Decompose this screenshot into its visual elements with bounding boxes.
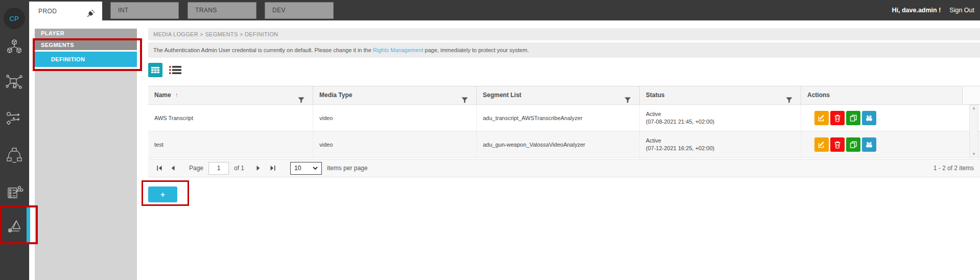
credential-warning: The Authentication Admin User credential… bbox=[148, 42, 980, 58]
page-label: Page bbox=[189, 165, 203, 172]
status-date: (07-08-2021 21:45, +02:00) bbox=[646, 118, 714, 126]
column-label: Name bbox=[154, 91, 171, 99]
binoculars-icon bbox=[865, 141, 873, 149]
list-view-button[interactable] bbox=[169, 65, 181, 75]
tab-trans[interactable]: TRANS bbox=[188, 2, 256, 19]
modules-icon[interactable] bbox=[5, 38, 24, 56]
column-header-status[interactable]: Status bbox=[639, 86, 801, 104]
cell-actions bbox=[801, 105, 962, 131]
column-label: Actions bbox=[807, 91, 830, 99]
cell-name: test bbox=[148, 131, 313, 157]
grid-view-icon bbox=[151, 67, 159, 74]
cell-status: Active (07-12-2021 16:25, +02:00) bbox=[639, 131, 801, 157]
trash-icon bbox=[833, 141, 842, 149]
nav-panel: PLAYER SEGMENTS DEFINITION bbox=[35, 20, 137, 280]
next-page-button[interactable] bbox=[253, 165, 264, 172]
column-header-segment-list[interactable]: Segment List bbox=[476, 86, 639, 104]
column-header-name[interactable]: Name↑ bbox=[148, 86, 313, 104]
pager: Page 1 of 1 10 items per page 1 - 2 of 2… bbox=[148, 159, 980, 177]
cell-segment-list: adu_gun-weapon_ValossaVideoAnalyzer bbox=[476, 131, 639, 157]
list-view-icon bbox=[169, 65, 181, 75]
column-header-actions: Actions bbox=[801, 86, 962, 104]
binoculars-icon bbox=[865, 114, 873, 122]
delete-button[interactable] bbox=[830, 137, 845, 152]
nav-item-definition[interactable]: DEFINITION bbox=[35, 52, 137, 67]
integration-icon[interactable] bbox=[5, 73, 24, 91]
grid-view-button[interactable] bbox=[148, 63, 162, 77]
edit-button[interactable] bbox=[814, 111, 829, 125]
sort-asc-icon: ↑ bbox=[175, 91, 178, 99]
rights-management-link[interactable]: Rights Management bbox=[373, 47, 423, 53]
user-area: Hi, dave.admin ! Sign Out bbox=[892, 0, 975, 20]
cell-status: Active (07-08-2021 21:45, +02:00) bbox=[639, 105, 801, 131]
cluster-icon[interactable] bbox=[5, 146, 24, 164]
table-row: AWS Transcript video adu_transcript_AWST… bbox=[148, 105, 980, 131]
tab-prod[interactable]: PROD bbox=[29, 2, 102, 22]
view-button[interactable] bbox=[862, 137, 876, 152]
page-number-input[interactable]: 1 bbox=[208, 162, 229, 175]
status-text: Active bbox=[646, 110, 661, 118]
scroll-down-icon[interactable]: ▼ bbox=[972, 151, 976, 157]
column-label: Media Type bbox=[319, 91, 352, 99]
cp-logo: CP bbox=[4, 8, 25, 29]
plug-icon bbox=[86, 7, 96, 26]
status-text: Active bbox=[646, 137, 661, 145]
copy-icon bbox=[849, 141, 857, 149]
items-per-page-label: items per page bbox=[327, 165, 367, 172]
add-segment-button[interactable]: + bbox=[148, 186, 177, 202]
first-page-button[interactable] bbox=[154, 165, 165, 172]
edit-icon bbox=[818, 141, 826, 149]
delete-button[interactable] bbox=[830, 111, 845, 125]
edit-icon bbox=[818, 114, 826, 122]
column-header-media-type[interactable]: Media Type bbox=[313, 86, 476, 104]
tab-dev[interactable]: DEV bbox=[265, 2, 334, 19]
active-sidebar-indicator bbox=[27, 207, 30, 242]
page-size-value: 10 bbox=[294, 165, 301, 172]
table-scrollbar[interactable]: ▲ ▼ bbox=[969, 105, 978, 158]
previous-page-button[interactable] bbox=[168, 165, 178, 172]
scroll-up-icon[interactable]: ▲ bbox=[972, 105, 976, 111]
table-row: test video adu_gun-weapon_ValossaVideoAn… bbox=[148, 131, 980, 158]
last-page-button[interactable] bbox=[268, 165, 278, 172]
cell-name: AWS Transcript bbox=[148, 105, 313, 131]
tab-int-label: INT bbox=[118, 7, 129, 14]
column-label: Segment List bbox=[483, 91, 521, 99]
app-window: PROD INT TRANS DEV Hi, dave.admin ! Sign… bbox=[0, 0, 980, 280]
breadcrumb: MEDIA LOGGER > SEGMENTS > DEFINITION bbox=[148, 28, 980, 40]
warning-text-before: The Authentication Admin User credential… bbox=[153, 47, 373, 53]
nav-panel-fill bbox=[35, 69, 137, 280]
cell-media-type: video bbox=[313, 131, 476, 157]
tab-trans-label: TRANS bbox=[195, 7, 217, 14]
cell-segment-list: adu_transcript_AWSTranscribeAnalyzer bbox=[476, 105, 639, 131]
copy-button[interactable] bbox=[846, 137, 860, 152]
cell-media-type: video bbox=[313, 105, 476, 131]
workflow-icon[interactable] bbox=[5, 109, 24, 128]
tab-dev-label: DEV bbox=[272, 7, 286, 14]
media-logger-icon[interactable] bbox=[5, 217, 24, 235]
nav-item-segments[interactable]: SEGMENTS bbox=[35, 40, 137, 50]
user-greeting: Hi, dave.admin ! bbox=[892, 7, 941, 14]
sign-out-link[interactable]: Sign Out bbox=[949, 7, 974, 14]
page-size-select[interactable]: 10 bbox=[290, 162, 322, 175]
page-of-label: of 1 bbox=[234, 165, 244, 172]
edit-button[interactable] bbox=[814, 137, 829, 152]
table-header-row: Name↑ Media Type Segment List Status bbox=[148, 86, 980, 105]
chevron-down-icon bbox=[313, 167, 318, 170]
tab-prod-label: PROD bbox=[38, 8, 57, 15]
cell-actions bbox=[801, 131, 962, 157]
segments-table: Name↑ Media Type Segment List Status bbox=[148, 86, 980, 158]
nav-item-player[interactable]: PLAYER bbox=[35, 29, 137, 38]
warning-text-after: page, immediately to protect your system… bbox=[423, 47, 529, 53]
header-scrollbar-spacer bbox=[962, 86, 980, 104]
copy-button[interactable] bbox=[846, 111, 860, 125]
view-button[interactable] bbox=[862, 111, 876, 125]
status-date: (07-12-2021 16:25, +02:00) bbox=[646, 145, 714, 152]
tab-int[interactable]: INT bbox=[110, 2, 179, 19]
pager-range-label: 1 - 2 of 2 items bbox=[934, 159, 974, 177]
trash-icon bbox=[833, 114, 842, 122]
media-editor-icon[interactable] bbox=[5, 183, 24, 201]
copy-icon bbox=[849, 114, 857, 122]
column-label: Status bbox=[646, 91, 665, 99]
